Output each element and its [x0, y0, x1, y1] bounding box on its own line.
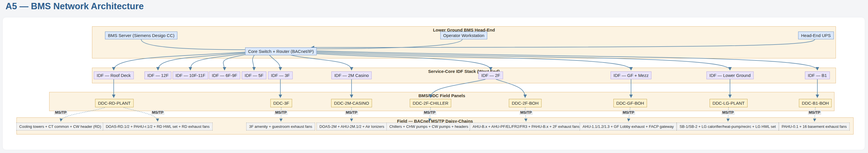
mstp-edge-label: MS/TP [54, 110, 67, 115]
node-idf-3f: IDF — 3F [268, 71, 292, 79]
node-ddc-2f-boh: DDC-2F-BOH [509, 99, 541, 107]
node-field-chillers: Chillers + CHW pumps + CW pumps + header… [386, 123, 471, 130]
node-idf-5f: IDF — 5F [242, 71, 266, 79]
node-head-end-ups: Head-End UPS [798, 32, 834, 39]
node-field-doas-2m: DOAS-2M + AHU-2M.1/2 + Air Ionizers [316, 123, 387, 130]
node-ddc-3f: DDC-3F [271, 99, 292, 107]
node-idf-gf-mezz: IDF — GF + Mezz [611, 71, 651, 79]
mstp-edge-label: MS/TP [721, 110, 735, 115]
mstp-edge-label: MS/TP [622, 110, 635, 115]
node-idf-roof-deck: IDF — Roof Deck [94, 71, 134, 79]
node-field-sb-calorifier: SB-1/SB-2 + LG calorifier/heat-pump/reci… [677, 123, 779, 130]
node-field-3f-amenity: 3F amenity + guestroom exhaust fans [246, 123, 315, 130]
node-field-ahu-bx: AHU-B.x + AHU-PF/EL/FR2/FR3 + PAHU-B.x +… [470, 123, 582, 130]
node-core-switch-router: Core Switch + Router (BACnet/IP) [245, 48, 316, 55]
node-ddc-2f-chiller: DDC-2F-CHILLER [410, 99, 451, 107]
node-idf-2f: IDF — 2F [478, 71, 503, 79]
node-operator-workstation: Operator Workstation [440, 32, 487, 39]
node-idf-6f-9f: IDF — 6F-9F [209, 71, 240, 79]
mstp-edge-label: MS/TP [519, 110, 533, 115]
mstp-edge-label: MS/TP [274, 110, 288, 115]
node-idf-12f: IDF — 12F [144, 71, 171, 79]
mstp-edge-label: MS/TP [423, 110, 436, 115]
band-ddc-panels-label: BMS/DDC Field Panels [418, 93, 465, 98]
node-ddc-b1-boh: DDC-B1-BOH [799, 99, 832, 107]
node-field-ahu-lobby: AHU-1.1/1.2/1.3 + GF Lobby exhaust + FAC… [580, 123, 677, 130]
page-title: A5 — BMS Network Architecture [5, 1, 144, 11]
node-ddc-lg-plant: DDC-LG-PLANT [710, 99, 748, 107]
mstp-edge-label: MS/TP [808, 110, 821, 115]
node-idf-b1: IDF — B1 [805, 71, 830, 79]
band-head-end: Lower Ground BMS Head-End [92, 26, 836, 58]
node-idf-lower-ground: IDF — Lower Ground [707, 71, 754, 79]
node-field-doas-rd: DOAS-RD.1/2 + PAHU-r.1/2 + RD HWL set + … [103, 123, 213, 130]
node-ddc-rd-plant: DDC-RD-PLANT [95, 99, 134, 107]
mstp-edge-label: MS/TP [151, 110, 164, 115]
node-bms-server: BMS Server (Siemens Desigo CC) [105, 32, 177, 39]
node-field-pahu-basement: PAHU-0.1 + 16 basement exhaust fans [779, 123, 850, 130]
node-field-cooling-towers: Cooling towers + CT common + CW header (… [17, 123, 104, 130]
mstp-edge-label: MS/TP [345, 110, 358, 115]
node-ddc-gf-boh: DDC-GF-BOH [613, 99, 647, 107]
node-ddc-2m-casino: DDC-2M-CASINO [331, 99, 372, 107]
node-idf-10f-11f: IDF — 10F-11F [173, 71, 208, 79]
node-idf-2m-casino: IDF — 2M Casino [331, 71, 372, 79]
